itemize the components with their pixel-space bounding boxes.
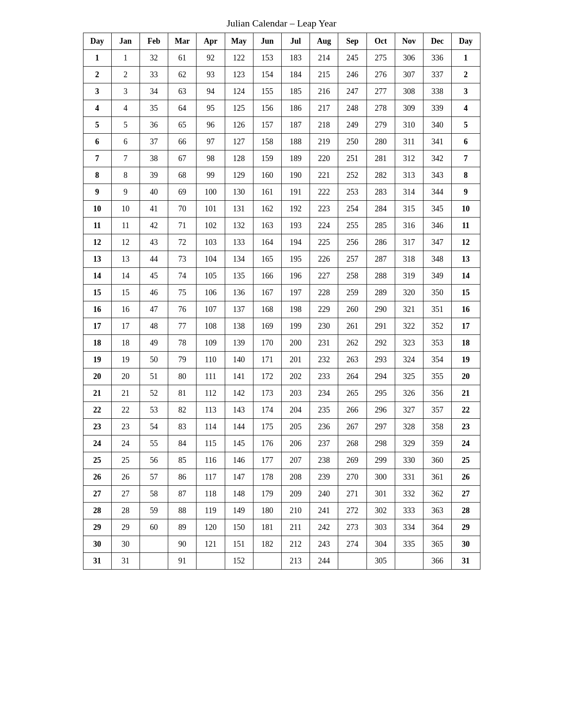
table-cell: 264 — [338, 368, 367, 385]
table-cell: 20 — [83, 368, 111, 385]
table-cell: 11 — [452, 218, 480, 234]
table-cell: 105 — [196, 268, 225, 285]
table-cell: 355 — [423, 368, 451, 385]
table-cell: 348 — [423, 251, 451, 268]
table-cell: 10 — [83, 201, 111, 218]
table-cell: 60 — [140, 519, 168, 536]
table-cell: 342 — [423, 150, 451, 167]
table-cell: 251 — [338, 150, 367, 167]
table-cell: 75 — [168, 285, 196, 301]
table-cell: 276 — [367, 67, 395, 83]
table-cell: 87 — [168, 486, 196, 503]
table-row: 2222538211314317420423526629632735722 — [83, 402, 480, 419]
table-cell: 100 — [196, 184, 225, 201]
table-cell: 6 — [83, 134, 111, 150]
table-cell: 186 — [281, 100, 310, 117]
table-cell: 48 — [140, 318, 168, 335]
table-cell: 338 — [423, 83, 451, 100]
table-cell: 19 — [452, 352, 480, 368]
table-cell: 25 — [452, 452, 480, 469]
table-cell: 31 — [83, 553, 111, 570]
table-row: 2525568511614617720723826929933036025 — [83, 452, 480, 469]
table-cell: 46 — [140, 285, 168, 301]
table-cell: 182 — [253, 536, 281, 553]
column-header: Sep — [338, 33, 367, 50]
table-cell: 95 — [196, 100, 225, 117]
table-row: 2626578611714717820823927030033136126 — [83, 469, 480, 486]
table-cell: 226 — [310, 251, 338, 268]
table-cell: 1 — [452, 50, 480, 67]
table-cell: 168 — [253, 301, 281, 318]
table-cell: 189 — [281, 150, 310, 167]
table-cell: 269 — [338, 452, 367, 469]
column-header: Jul — [281, 33, 310, 50]
table-cell: 31 — [111, 553, 140, 570]
table-cell: 154 — [253, 67, 281, 83]
table-cell: 366 — [423, 553, 451, 570]
table-cell: 291 — [367, 318, 395, 335]
table-cell: 34 — [140, 83, 168, 100]
table-cell: 198 — [281, 301, 310, 318]
table-cell: 301 — [367, 486, 395, 503]
table-cell: 223 — [310, 201, 338, 218]
table-cell: 28 — [83, 503, 111, 519]
table-cell: 275 — [367, 50, 395, 67]
table-cell: 112 — [196, 385, 225, 402]
table-row: 1717487710813816919923026129132235217 — [83, 318, 480, 335]
table-cell: 19 — [111, 352, 140, 368]
table-cell: 303 — [367, 519, 395, 536]
table-cell: 296 — [367, 402, 395, 419]
table-cell: 356 — [423, 385, 451, 402]
table-cell: 90 — [168, 536, 196, 553]
table-cell: 225 — [310, 234, 338, 251]
table-cell: 22 — [111, 402, 140, 419]
table-cell: 1 — [111, 50, 140, 67]
table-cell: 259 — [338, 285, 367, 301]
table-cell: 114 — [196, 419, 225, 435]
table-cell: 205 — [281, 419, 310, 435]
table-cell: 27 — [111, 486, 140, 503]
table-cell: 215 — [310, 67, 338, 83]
table-row: 333463941241551852162472773083383 — [83, 83, 480, 100]
table-cell: 86 — [168, 469, 196, 486]
table-cell: 26 — [111, 469, 140, 486]
table-cell: 261 — [338, 318, 367, 335]
table-cell: 10 — [111, 201, 140, 218]
table-cell: 158 — [253, 134, 281, 150]
table-cell: 9 — [83, 184, 111, 201]
table-row: 2424558411514517620623726829832935924 — [83, 435, 480, 452]
table-cell: 218 — [310, 117, 338, 134]
table-cell: 17 — [83, 318, 111, 335]
table-cell: 148 — [225, 486, 253, 503]
table-cell: 94 — [196, 83, 225, 100]
table-cell: 330 — [395, 452, 423, 469]
table-row: 883968991291601902212522823133438 — [83, 167, 480, 184]
table-cell: 38 — [140, 150, 168, 167]
table-cell: 139 — [225, 335, 253, 352]
table-cell: 203 — [281, 385, 310, 402]
table-cell: 169 — [253, 318, 281, 335]
table-cell: 295 — [367, 385, 395, 402]
table-cell: 143 — [225, 402, 253, 419]
table-cell: 222 — [310, 184, 338, 201]
table-cell: 332 — [395, 486, 423, 503]
table-cell: 163 — [253, 218, 281, 234]
table-cell: 311 — [395, 134, 423, 150]
table-cell: 32 — [140, 50, 168, 67]
table-cell: 181 — [253, 519, 281, 536]
table-row: 553665961261571872182492793103405 — [83, 117, 480, 134]
table-cell: 4 — [83, 100, 111, 117]
table-cell: 287 — [367, 251, 395, 268]
table-cell: 240 — [310, 486, 338, 503]
table-cell: 340 — [423, 117, 451, 134]
table-cell: 349 — [423, 268, 451, 285]
table-cell: 119 — [196, 503, 225, 519]
table-cell: 67 — [168, 150, 196, 167]
table-cell: 211 — [281, 519, 310, 536]
table-cell: 315 — [395, 201, 423, 218]
table-cell: 29 — [452, 519, 480, 536]
table-cell: 285 — [367, 218, 395, 234]
table-cell: 357 — [423, 402, 451, 419]
table-cell: 125 — [225, 100, 253, 117]
table-cell: 138 — [225, 318, 253, 335]
